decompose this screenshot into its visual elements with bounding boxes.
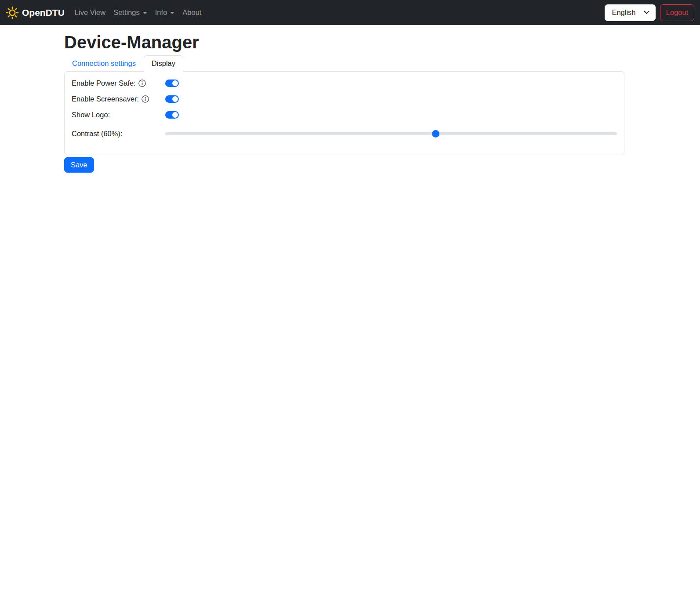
save-button[interactable]: Save (64, 157, 94, 173)
main-content: Device-Manager Connection settings Displ… (64, 33, 624, 173)
show-logo-toggle[interactable] (165, 111, 179, 119)
nav-item-label: About (182, 8, 201, 17)
setting-control (165, 111, 617, 119)
brand-label: OpenDTU (22, 7, 65, 18)
setting-control (165, 130, 617, 138)
nav-item-info[interactable]: Info (151, 5, 179, 20)
setting-label: Contrast (60%): (72, 130, 123, 138)
caret-down-icon (170, 12, 174, 14)
page-title: Device-Manager (64, 33, 624, 52)
setting-label-group: Contrast (60%): (72, 130, 165, 138)
language-select[interactable]: English (605, 4, 655, 21)
top-navbar: OpenDTU Live View Settings Info About En… (0, 0, 700, 25)
contrast-slider[interactable] (165, 130, 617, 138)
toggle-knob (172, 96, 178, 102)
tab-connection-settings[interactable]: Connection settings (64, 55, 144, 72)
setting-row-contrast: Contrast (60%): (72, 130, 617, 138)
language-selected-value: English (612, 8, 635, 17)
tab-display[interactable]: Display (144, 55, 183, 72)
setting-label: Show Logo: (72, 111, 110, 119)
toggle-knob (172, 112, 178, 118)
setting-label: Enable Power Safe: (72, 79, 136, 87)
brand[interactable]: OpenDTU (6, 6, 65, 19)
setting-row-power-safe: Enable Power Safe: (72, 79, 617, 87)
nav-links: Live View Settings Info About (71, 5, 206, 20)
caret-down-icon (143, 12, 147, 14)
screensaver-toggle[interactable] (165, 95, 179, 103)
nav-item-about[interactable]: About (178, 5, 205, 20)
sun-icon (6, 6, 19, 19)
setting-control (165, 95, 617, 103)
nav-item-label: Settings (113, 8, 140, 17)
nav-item-label: Info (155, 8, 167, 17)
navbar-right: English Logout (605, 4, 694, 21)
setting-label-group: Show Logo: (72, 111, 165, 119)
info-icon[interactable] (138, 80, 146, 87)
setting-row-screensaver: Enable Screensaver: (72, 95, 617, 103)
info-icon[interactable] (141, 95, 149, 103)
toggle-knob (172, 80, 178, 86)
tab-bar: Connection settings Display (64, 55, 624, 71)
chevron-down-icon (644, 8, 649, 14)
logout-button[interactable]: Logout (660, 4, 694, 21)
setting-label: Enable Screensaver: (72, 95, 139, 103)
power-safe-toggle[interactable] (165, 80, 179, 87)
nav-item-label: Live View (75, 8, 105, 17)
setting-label-group: Enable Screensaver: (72, 95, 165, 103)
setting-control (165, 80, 617, 87)
setting-label-group: Enable Power Safe: (72, 79, 165, 87)
setting-row-show-logo: Show Logo: (72, 111, 617, 119)
nav-item-settings[interactable]: Settings (109, 5, 151, 20)
display-settings-card: Enable Power Safe: Enable Screensaver: (64, 71, 624, 155)
nav-item-live-view[interactable]: Live View (71, 5, 109, 20)
